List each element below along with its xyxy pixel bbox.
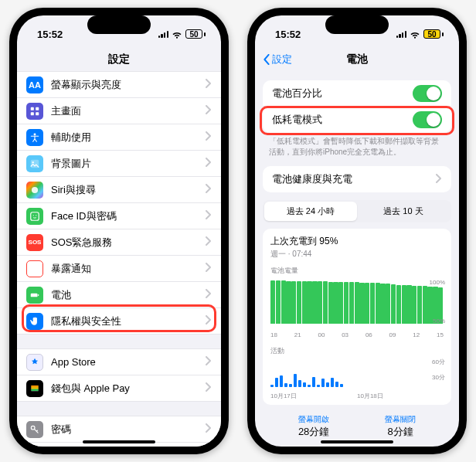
nav-bar: 設定 電池 xyxy=(255,48,459,71)
row-wallet[interactable]: 錢包與 Apple Pay xyxy=(17,375,221,402)
battery-label: 電池 xyxy=(51,288,206,302)
battery-indicator: 50 xyxy=(185,29,206,39)
chevron-right-icon xyxy=(206,423,212,435)
seg-24h[interactable]: 過去 24 小時 xyxy=(264,202,357,221)
row-exposure[interactable]: 暴露通知 xyxy=(17,256,221,282)
home-screen-icon xyxy=(26,103,43,120)
low-power-toggle[interactable] xyxy=(413,111,442,128)
svg-point-9 xyxy=(33,215,34,216)
faceid-passcode-label: Face ID與密碼 xyxy=(51,209,206,223)
status-time: 15:52 xyxy=(275,29,301,40)
activity-label: 活動 xyxy=(270,346,444,356)
battery-toggles-section: 電池百分比 低耗電模式 xyxy=(263,80,451,133)
wallet-label: 錢包與 Apple Pay xyxy=(51,382,206,396)
back-button[interactable]: 設定 xyxy=(263,53,292,66)
usage-summary: 螢幕開啟 28分鐘 螢幕關閉 8分鐘 xyxy=(255,414,459,439)
passwords-icon xyxy=(26,421,43,438)
last-charge-time: 週一 · 07:44 xyxy=(270,249,444,260)
siri-search-icon xyxy=(26,182,43,199)
accessibility-label: 輔助使用 xyxy=(51,131,206,144)
home-screen-label: 主畫面 xyxy=(51,104,206,118)
page-title: 設定 xyxy=(108,53,130,66)
cellular-icon xyxy=(158,30,168,38)
screen-on-value: 28分鐘 xyxy=(298,425,329,439)
privacy-label: 隱私權與安全性 xyxy=(51,314,206,328)
status-time: 15:52 xyxy=(37,29,63,40)
wifi-icon xyxy=(172,30,182,38)
svg-line-19 xyxy=(37,265,38,266)
chevron-right-icon xyxy=(206,263,212,274)
page-title: 電池 xyxy=(346,53,368,66)
dynamic-island xyxy=(87,15,151,34)
chevron-right-icon xyxy=(206,158,212,169)
settings-screen: 15:52 50 設定 AA螢幕顯示與亮度主畫面輔助使用背景圖片Siri與搜尋F… xyxy=(17,15,221,447)
svg-rect-2 xyxy=(31,112,34,115)
exposure-label: 暴露通知 xyxy=(51,262,206,276)
battery-health-section: 電池健康度與充電 xyxy=(263,166,451,192)
svg-point-4 xyxy=(34,133,36,135)
chevron-right-icon xyxy=(206,184,212,195)
row-app-store[interactable]: App Store xyxy=(17,349,221,375)
home-indicator xyxy=(321,440,393,443)
low-power-mode-row[interactable]: 低耗電模式 xyxy=(263,107,451,133)
chevron-right-icon xyxy=(206,210,212,222)
screen-off-label: 螢幕關閉 xyxy=(385,414,416,425)
svg-rect-8 xyxy=(31,212,39,220)
app-store-label: App Store xyxy=(51,356,206,368)
svg-point-6 xyxy=(32,161,34,163)
battery-percentage-row[interactable]: 電池百分比 xyxy=(263,80,451,107)
faceid-passcode-icon xyxy=(26,208,43,225)
passwords-label: 密碼 xyxy=(51,423,206,437)
battery-health-row[interactable]: 電池健康度與充電 xyxy=(263,166,451,192)
chevron-right-icon xyxy=(206,236,212,248)
display-brightness-icon: AA xyxy=(26,76,43,93)
display-brightness-label: 螢幕顯示與亮度 xyxy=(51,78,206,92)
svg-rect-20 xyxy=(31,293,38,297)
row-privacy[interactable]: 隱私權與安全性 xyxy=(17,308,221,335)
chevron-right-icon xyxy=(206,79,212,90)
svg-rect-0 xyxy=(31,107,34,110)
row-battery[interactable]: 電池 xyxy=(17,282,221,308)
lowpower-footnote: 「低耗電模式」會暫時降低下載和郵件擷取等背景活動，直到你將iPhone完全充電為… xyxy=(255,133,459,157)
sos-label: SOS緊急服務 xyxy=(51,236,206,250)
nav-bar: 設定 xyxy=(17,48,221,71)
chevron-right-icon xyxy=(206,315,212,327)
row-sos[interactable]: SOSSOS緊急服務 xyxy=(17,229,221,256)
last-charge-card: 上次充電到 95% 週一 · 07:44 電池電量 100% 50% 18210… xyxy=(263,229,451,405)
battery-level-label: 電池電量 xyxy=(270,266,444,276)
svg-point-11 xyxy=(33,267,37,270)
battery-screen: 15:52 50 設定 電池 電池百分比 xyxy=(255,15,459,447)
time-range-segmented[interactable]: 過去 24 小時 過去 10 天 xyxy=(263,200,451,223)
screen-off-value: 8分鐘 xyxy=(385,425,416,439)
chevron-right-icon xyxy=(436,174,442,185)
dynamic-island xyxy=(325,15,389,34)
wifi-icon xyxy=(410,30,420,38)
row-home-screen[interactable]: 主畫面 xyxy=(17,98,221,124)
row-passwords[interactable]: 密碼 xyxy=(17,416,221,443)
svg-rect-21 xyxy=(38,294,39,295)
exposure-icon xyxy=(26,260,43,277)
seg-10d[interactable]: 過去 10 天 xyxy=(357,202,450,221)
wallpaper-icon xyxy=(26,155,43,172)
row-wallpaper[interactable]: 背景圖片 xyxy=(17,151,221,177)
chevron-right-icon xyxy=(206,382,212,394)
screen-on-label: 螢幕開啟 xyxy=(298,414,329,425)
settings-list-2: App Store錢包與 Apple Pay xyxy=(17,348,221,402)
battery-pct-toggle[interactable] xyxy=(413,85,442,102)
row-siri-search[interactable]: Siri與搜尋 xyxy=(17,177,221,203)
svg-point-7 xyxy=(32,186,38,192)
row-accessibility[interactable]: 輔助使用 xyxy=(17,124,221,151)
phone-left: 15:52 50 設定 AA螢幕顯示與亮度主畫面輔助使用背景圖片Siri與搜尋F… xyxy=(9,8,229,454)
battery-icon xyxy=(26,287,43,304)
phone-right: 15:52 50 設定 電池 電池百分比 xyxy=(247,8,467,454)
last-charge-title: 上次充電到 95% xyxy=(270,235,444,248)
row-display-brightness[interactable]: AA螢幕顯示與亮度 xyxy=(17,72,221,98)
home-indicator xyxy=(83,440,155,443)
chevron-right-icon xyxy=(206,356,212,368)
settings-list-1: AA螢幕顯示與亮度主畫面輔助使用背景圖片Siri與搜尋Face ID與密碼SOS… xyxy=(17,71,221,335)
battery-level-chart: 100% 50% xyxy=(270,280,444,330)
row-faceid-passcode[interactable]: Face ID與密碼 xyxy=(17,203,221,229)
wallet-icon xyxy=(26,380,43,397)
svg-line-17 xyxy=(37,270,38,271)
siri-search-label: Siri與搜尋 xyxy=(51,183,206,197)
